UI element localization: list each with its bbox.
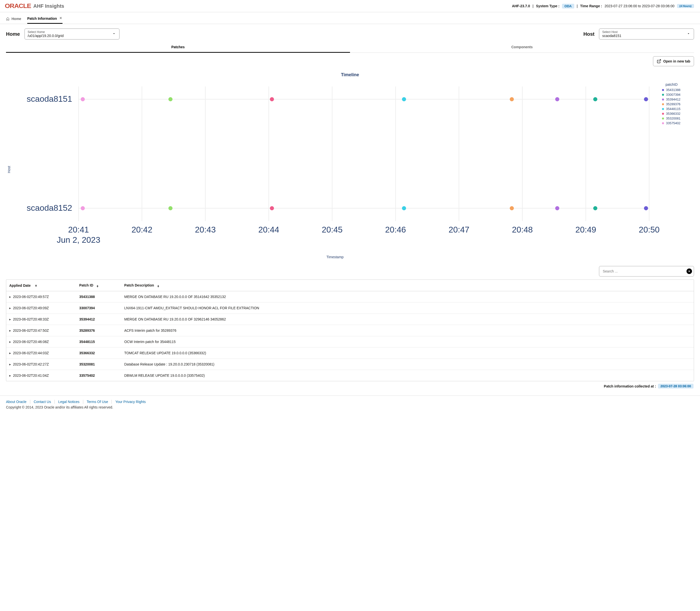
svg-point-38 (168, 206, 173, 210)
sort-icon[interactable]: ▲▼ (157, 285, 160, 287)
svg-text:20:49: 20:49 (575, 225, 596, 234)
svg-point-26 (644, 206, 648, 210)
svg-text:20:41: 20:41 (68, 225, 89, 234)
chart-canvas[interactable]: 20:41Jun 2, 202320:4220:4320:4420:4520:4… (8, 80, 662, 253)
svg-text:20:50: 20:50 (639, 225, 659, 234)
svg-point-34 (402, 206, 406, 210)
svg-text:20:48: 20:48 (512, 225, 533, 234)
open-in-new-tab-label: Open in new tab (663, 59, 690, 63)
cell-patch-id: 33575402 (76, 370, 121, 381)
legend-item[interactable]: 33575402 (662, 121, 692, 125)
cell-applied-date: 2023-06-02T20:42:27Z (13, 362, 49, 366)
chart-legend: 3543138833007394353944123528937635448115… (662, 88, 692, 125)
close-icon[interactable] (59, 16, 62, 20)
expand-caret-icon[interactable]: ▸ (9, 340, 11, 344)
time-range-label: Time Range : (580, 4, 602, 8)
legend-label: 35448115 (666, 107, 681, 111)
column-header-applied-date[interactable]: Applied Date (9, 283, 31, 287)
legend-dot-icon (662, 103, 664, 105)
legend-item[interactable]: 35289376 (662, 102, 692, 106)
chart-title: Timeline (8, 72, 692, 77)
expand-caret-icon[interactable]: ▸ (9, 295, 11, 299)
app-title: AHF Insights (33, 3, 64, 9)
patch-table: Applied Date ▲▼ Patch ID ▲▼ Patch Descri… (6, 280, 694, 381)
tab-patches[interactable]: Patches (6, 42, 350, 53)
expand-caret-icon[interactable]: ▸ (9, 373, 11, 377)
home-dropdown[interactable]: Select Home /u01/app/19.20.0.0/grid (25, 29, 119, 40)
table-row[interactable]: ▸2023-06-02T20:49:09Z33007394LNX64-1911-… (6, 302, 694, 314)
sort-icon[interactable]: ▲▼ (34, 284, 37, 287)
legend-dot-icon (662, 108, 664, 110)
expand-caret-icon[interactable]: ▸ (9, 306, 11, 310)
table-row[interactable]: ▸2023-06-02T20:49:57Z35431388MERGE ON DA… (6, 291, 694, 302)
svg-text:20:46: 20:46 (385, 225, 406, 234)
cell-patch-description: MERGE ON DATABASE RU 19.20.0.0.0 OF 3296… (121, 314, 694, 325)
svg-text:20:47: 20:47 (448, 225, 469, 234)
svg-point-29 (555, 97, 559, 101)
svg-point-27 (593, 97, 597, 101)
copyright: Copyright © 2014, 2023 Oracle and/or its… (6, 405, 694, 409)
table-row[interactable]: ▸2023-06-02T20:44:03Z35366332TOMCAT RELE… (6, 347, 694, 359)
tab-patch-information[interactable]: Patch Information (27, 14, 62, 24)
legend-dot-icon (662, 94, 664, 96)
legend-dot-icon (662, 89, 664, 91)
table-row[interactable]: ▸2023-06-02T20:42:27Z35320081Database Re… (6, 359, 694, 370)
home-icon (6, 17, 10, 20)
svg-point-35 (270, 97, 274, 101)
svg-point-39 (81, 97, 85, 101)
chevron-down-icon (687, 32, 690, 36)
legend-item[interactable]: 35448115 (662, 107, 692, 111)
host-dropdown[interactable]: Select Host scaoda8151 (599, 29, 694, 40)
expand-caret-icon[interactable]: ▸ (9, 317, 11, 321)
column-header-patch-id[interactable]: Patch ID (79, 283, 93, 287)
footer-link[interactable]: Terms Of Use (83, 400, 112, 404)
breadcrumb-tabs: Home Patch Information (0, 12, 700, 24)
open-in-new-tab-button[interactable]: Open in new tab (653, 56, 694, 66)
footer-link[interactable]: Contact Us (30, 400, 55, 404)
legend-item[interactable]: 35366332 (662, 112, 692, 116)
svg-point-31 (510, 97, 514, 101)
table-row[interactable]: ▸2023-06-02T20:41:04Z33575402DBWLM RELEA… (6, 370, 694, 381)
duration-badge: (4 Hours) (677, 4, 694, 8)
svg-text:20:44: 20:44 (258, 225, 279, 234)
cell-applied-date: 2023-06-02T20:48:33Z (13, 317, 49, 321)
cell-patch-id: 35289376 (76, 325, 121, 336)
footer-link[interactable]: About Oracle (6, 400, 30, 404)
legend-item[interactable]: 35320081 (662, 117, 692, 120)
svg-point-28 (593, 206, 597, 210)
search-input[interactable] (599, 266, 694, 277)
external-link-icon (657, 59, 661, 63)
tab-components[interactable]: Components (350, 42, 694, 53)
cell-patch-id: 35448115 (76, 336, 121, 347)
svg-text:scaoda8151: scaoda8151 (27, 94, 72, 104)
legend-item[interactable]: 35431388 (662, 88, 692, 92)
sort-icon[interactable]: ▲▼ (96, 285, 99, 287)
svg-point-25 (644, 97, 648, 101)
footer-link[interactable]: Legal Notices (55, 400, 83, 404)
legend-item[interactable]: 35394412 (662, 98, 692, 101)
legend-label: 33575402 (666, 121, 681, 125)
legend-label: 35394412 (666, 98, 681, 101)
system-type-badge: ODA (562, 4, 574, 9)
expand-caret-icon[interactable]: ▸ (9, 362, 11, 366)
footnote-timestamp-badge: 2023-07-28 03:06:00 (658, 384, 694, 388)
legend-item[interactable]: 33007394 (662, 93, 692, 96)
svg-text:Jun 2, 2023: Jun 2, 2023 (57, 235, 100, 244)
cell-patch-description: Database Release Update : 19.20.0.0.2307… (121, 359, 694, 370)
cell-applied-date: 2023-06-02T20:46:08Z (13, 340, 49, 344)
cell-applied-date: 2023-06-02T20:49:09Z (13, 306, 49, 310)
tab-home-label: Home (12, 17, 21, 21)
chevron-down-icon (112, 32, 116, 36)
time-range-value: 2023-07-27 23:06:00 to 2023-07-28 03:06:… (605, 4, 674, 8)
svg-text:20:45: 20:45 (322, 225, 343, 234)
tab-home[interactable]: Home (6, 14, 21, 23)
clear-search-button[interactable] (686, 268, 692, 274)
table-row[interactable]: ▸2023-06-02T20:47:50Z35289376ACFS Interi… (6, 325, 694, 336)
tab-patch-information-label: Patch Information (27, 16, 57, 20)
expand-caret-icon[interactable]: ▸ (9, 328, 11, 332)
expand-caret-icon[interactable]: ▸ (9, 351, 11, 355)
column-header-patch-description[interactable]: Patch Description (124, 283, 154, 287)
table-row[interactable]: ▸2023-06-02T20:46:08Z35448115OCW Interim… (6, 336, 694, 347)
table-row[interactable]: ▸2023-06-02T20:48:33Z35394412MERGE ON DA… (6, 314, 694, 325)
footer-link[interactable]: Your Privacy Rights (112, 400, 149, 404)
